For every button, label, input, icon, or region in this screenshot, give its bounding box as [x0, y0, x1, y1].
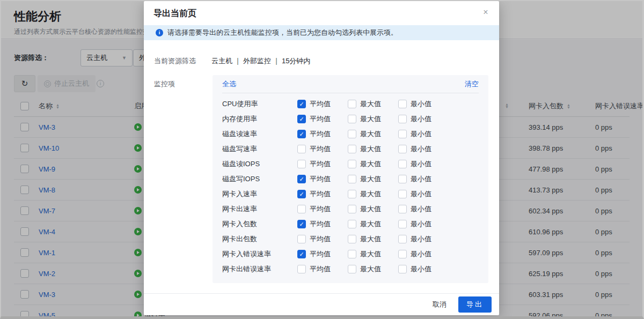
max-checkbox-group[interactable]: 最大值 — [348, 144, 398, 154]
min-checkbox[interactable] — [398, 175, 407, 183]
min-checkbox-group[interactable]: 最小值 — [398, 129, 449, 139]
min-checkbox-group[interactable]: 最小值 — [398, 219, 449, 229]
min-checkbox[interactable] — [398, 145, 407, 153]
avg-checkbox-group[interactable]: 平均值 — [297, 234, 348, 244]
min-checkbox[interactable] — [398, 190, 407, 198]
avg-label: 平均值 — [310, 129, 331, 139]
avg-checkbox[interactable]: ✓ — [297, 190, 306, 198]
min-checkbox-group[interactable]: 最小值 — [398, 99, 449, 109]
min-checkbox-group[interactable]: 最小值 — [398, 204, 449, 214]
min-checkbox-group[interactable]: 最小值 — [398, 234, 449, 244]
min-checkbox[interactable] — [398, 130, 407, 138]
avg-checkbox-group[interactable]: ✓平均值 — [297, 174, 348, 184]
min-checkbox-group[interactable]: 最小值 — [398, 174, 449, 184]
avg-checkbox-group[interactable]: 平均值 — [297, 264, 348, 274]
min-checkbox-group[interactable]: 最小值 — [398, 264, 449, 274]
min-label: 最小值 — [411, 114, 431, 124]
min-checkbox-group[interactable]: 最小值 — [398, 159, 449, 169]
info-banner-text: 请选择需要导出的云主机性能监控项，当前已为您自动勾选列表中展示项。 — [167, 28, 398, 38]
avg-checkbox[interactable] — [297, 145, 306, 153]
metric-row: 网卡出错误速率 平均值 最大值 最小值 — [222, 262, 479, 277]
metric-row: CPU使用率 ✓平均值 最大值 最小值 — [222, 97, 479, 112]
max-checkbox-group[interactable]: 最大值 — [348, 189, 398, 199]
avg-label: 平均值 — [310, 204, 331, 214]
min-checkbox[interactable] — [398, 250, 407, 258]
max-label: 最大值 — [360, 234, 381, 244]
metric-name: 网卡入包数 — [222, 219, 297, 229]
avg-checkbox-group[interactable]: ✓平均值 — [297, 219, 348, 229]
max-checkbox-group[interactable]: 最大值 — [348, 219, 398, 229]
min-checkbox[interactable] — [398, 160, 407, 168]
avg-checkbox[interactable]: ✓ — [297, 220, 306, 228]
select-all-link[interactable]: 全选 — [222, 79, 236, 89]
max-checkbox[interactable] — [348, 265, 356, 273]
avg-checkbox-group[interactable]: ✓平均值 — [297, 114, 348, 124]
min-label: 最小值 — [411, 204, 431, 214]
max-label: 最大值 — [360, 114, 381, 124]
export-button[interactable]: 导出 — [458, 296, 492, 313]
avg-checkbox[interactable] — [297, 265, 306, 273]
max-checkbox[interactable] — [348, 145, 356, 153]
min-label: 最小值 — [411, 174, 431, 184]
avg-checkbox-group[interactable]: ✓平均值 — [297, 189, 348, 199]
min-checkbox[interactable] — [398, 265, 407, 273]
metric-row: 磁盘读IOPS 平均值 最大值 最小值 — [222, 157, 479, 172]
max-checkbox-group[interactable]: 最大值 — [348, 249, 398, 259]
max-checkbox[interactable] — [348, 205, 356, 213]
avg-checkbox[interactable] — [297, 205, 306, 213]
metric-name: 网卡出包数 — [222, 234, 297, 244]
max-checkbox[interactable] — [348, 115, 356, 123]
max-checkbox-group[interactable]: 最大值 — [348, 114, 398, 124]
max-checkbox[interactable] — [348, 220, 356, 228]
max-checkbox-group[interactable]: 最大值 — [348, 264, 398, 274]
avg-checkbox[interactable]: ✓ — [297, 175, 306, 183]
max-checkbox[interactable] — [348, 190, 356, 198]
avg-checkbox[interactable]: ✓ — [297, 130, 306, 138]
dialog-footer: 取消 导出 — [144, 293, 499, 315]
avg-label: 平均值 — [310, 219, 331, 229]
min-checkbox[interactable] — [398, 100, 407, 108]
metric-name: 网卡出速率 — [222, 204, 297, 214]
cancel-button[interactable]: 取消 — [433, 300, 447, 309]
avg-checkbox-group[interactable]: 平均值 — [297, 144, 348, 154]
min-checkbox[interactable] — [398, 220, 407, 228]
metric-name: 网卡出错误速率 — [222, 264, 297, 274]
close-icon[interactable]: × — [480, 6, 492, 18]
min-label: 最小值 — [411, 129, 431, 139]
avg-checkbox-group[interactable]: ✓平均值 — [297, 249, 348, 259]
min-checkbox-group[interactable]: 最小值 — [398, 114, 449, 124]
current-filter-label: 当前资源筛选 — [154, 56, 196, 66]
avg-checkbox-group[interactable]: 平均值 — [297, 204, 348, 214]
min-checkbox[interactable] — [398, 205, 407, 213]
metric-name: 内存使用率 — [222, 114, 297, 124]
avg-label: 平均值 — [310, 99, 331, 109]
avg-checkbox[interactable]: ✓ — [297, 250, 306, 258]
avg-checkbox[interactable] — [297, 160, 306, 168]
max-checkbox[interactable] — [348, 130, 356, 138]
clear-link[interactable]: 清空 — [465, 79, 479, 89]
avg-checkbox[interactable] — [297, 235, 306, 243]
max-checkbox-group[interactable]: 最大值 — [348, 129, 398, 139]
avg-checkbox-group[interactable]: 平均值 — [297, 159, 348, 169]
max-checkbox[interactable] — [348, 235, 356, 243]
max-checkbox-group[interactable]: 最大值 — [348, 174, 398, 184]
avg-checkbox-group[interactable]: ✓平均值 — [297, 129, 348, 139]
avg-checkbox[interactable]: ✓ — [297, 115, 306, 123]
min-checkbox-group[interactable]: 最小值 — [398, 189, 449, 199]
max-checkbox[interactable] — [348, 100, 356, 108]
max-checkbox[interactable] — [348, 250, 356, 258]
min-checkbox-group[interactable]: 最小值 — [398, 144, 449, 154]
max-checkbox-group[interactable]: 最大值 — [348, 234, 398, 244]
max-checkbox[interactable] — [348, 160, 356, 168]
max-checkbox-group[interactable]: 最大值 — [348, 159, 398, 169]
min-checkbox[interactable] — [398, 115, 407, 123]
avg-checkbox[interactable]: ✓ — [297, 100, 306, 108]
max-checkbox[interactable] — [348, 175, 356, 183]
max-checkbox-group[interactable]: 最大值 — [348, 204, 398, 214]
max-checkbox-group[interactable]: 最大值 — [348, 99, 398, 109]
avg-checkbox-group[interactable]: ✓平均值 — [297, 99, 348, 109]
min-checkbox[interactable] — [398, 235, 407, 243]
metric-row: 内存使用率 ✓平均值 最大值 最小值 — [222, 112, 479, 127]
min-checkbox-group[interactable]: 最小值 — [398, 249, 449, 259]
max-label: 最大值 — [360, 189, 381, 199]
